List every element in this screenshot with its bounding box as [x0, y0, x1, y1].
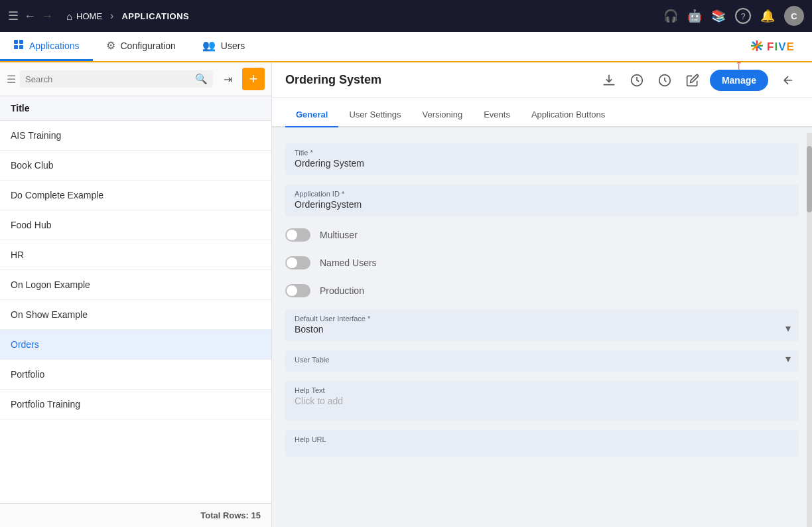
app-id-label: Application ID *: [295, 190, 789, 198]
list-item[interactable]: On Logon Example: [0, 270, 271, 300]
robot-icon[interactable]: 🤖: [687, 9, 702, 23]
list-item[interactable]: Book Club: [0, 151, 271, 181]
multiuser-label: Multiuser: [320, 230, 358, 240]
title-field[interactable]: Title * Ordering System: [285, 143, 799, 175]
help-text-field[interactable]: Help Text Click to add: [285, 381, 799, 421]
tab-application-buttons[interactable]: Application Buttons: [521, 103, 616, 127]
menu-label-configuration: Configuration: [121, 40, 176, 51]
tab-events-label: Events: [484, 110, 510, 119]
title-field-value[interactable]: Ordering System: [295, 158, 789, 169]
default-ui-label: Default User Interface *: [295, 315, 789, 323]
add-button[interactable]: +: [242, 68, 265, 90]
books-icon[interactable]: 📚: [711, 9, 726, 23]
svg-rect-2: [14, 45, 18, 49]
content-area: Ordering System: [272, 62, 812, 527]
production-toggle[interactable]: [285, 284, 310, 297]
manage-btn-wrap: ↑ Manage: [710, 70, 768, 91]
help-url-field[interactable]: Help URL: [285, 430, 799, 457]
sidebar-toolbar: ☰ 🔍 ⇥ +: [0, 62, 271, 96]
sidebar-column-header: Title: [0, 96, 271, 121]
search-input[interactable]: [25, 74, 191, 84]
page-title: Ordering System: [285, 73, 592, 87]
home-icon: ⌂: [66, 11, 72, 22]
default-ui-chevron: ▾: [785, 322, 791, 335]
headset-icon[interactable]: 🎧: [663, 9, 678, 23]
svg-rect-3: [19, 45, 23, 49]
menu-item-users[interactable]: 👥 Users: [189, 32, 259, 61]
user-table-field[interactable]: User Table ▾: [285, 350, 799, 372]
tab-user-settings-label: User Settings: [349, 110, 401, 119]
back-icon[interactable]: ←: [24, 9, 36, 23]
home-nav-item[interactable]: ⌂ HOME: [66, 11, 102, 22]
total-rows-label: Total Rows: 15: [200, 510, 261, 520]
list-item[interactable]: On Show Example: [0, 300, 271, 330]
users-menu-icon: 👥: [202, 39, 216, 52]
list-item-orders[interactable]: Orders: [0, 330, 271, 360]
tab-general-label: General: [296, 110, 328, 119]
named-users-label: Named Users: [320, 258, 377, 268]
app-id-value[interactable]: OrderingSystem: [295, 199, 789, 210]
default-ui-value: Boston: [295, 324, 789, 335]
user-table-chevron: ▾: [785, 352, 791, 365]
list-item[interactable]: Do Complete Example: [0, 181, 271, 210]
menu-label-users: Users: [221, 40, 245, 51]
tab-versioning-label: Versioning: [422, 110, 462, 119]
column-title: Title: [11, 103, 30, 113]
hamburger-icon[interactable]: ☰: [8, 9, 19, 23]
history-button[interactable]: [626, 71, 647, 90]
tab-general[interactable]: General: [285, 103, 338, 127]
five-logo: FIVE: [748, 37, 801, 56]
multiuser-row: Multiuser: [285, 226, 799, 244]
scrollbar-track: [807, 133, 812, 527]
help-url-label: Help URL: [295, 435, 789, 443]
help-text-value[interactable]: Click to add: [295, 396, 789, 406]
filter-icon[interactable]: ☰: [7, 73, 16, 86]
named-users-row: Named Users: [285, 254, 799, 272]
sidebar-footer: Total Rows: 15: [0, 503, 271, 527]
tabs-bar: General User Settings Versioning Events …: [272, 98, 812, 127]
help-icon[interactable]: ?: [735, 8, 751, 24]
scrollbar-thumb[interactable]: [807, 146, 812, 212]
tab-versioning[interactable]: Versioning: [411, 103, 473, 127]
svg-rect-1: [19, 40, 23, 44]
tab-user-settings[interactable]: User Settings: [338, 103, 411, 127]
named-users-toggle[interactable]: [285, 256, 310, 269]
production-label: Production: [320, 285, 364, 296]
tab-application-buttons-label: Application Buttons: [531, 110, 605, 119]
menu-bar: Applications ⚙ Configuration 👥 Users FIV…: [0, 32, 812, 62]
list-item[interactable]: HR: [0, 240, 271, 270]
configuration-menu-icon: ⚙: [106, 39, 115, 52]
download-button[interactable]: [598, 71, 620, 90]
list-item[interactable]: Portfolio Training: [0, 390, 271, 419]
user-table-label: User Table: [295, 356, 789, 364]
search-icon[interactable]: 🔍: [195, 73, 208, 85]
svg-text:FIVE: FIVE: [767, 40, 795, 53]
home-label: HOME: [76, 11, 102, 21]
top-nav-right: 🎧 🤖 📚 ? 🔔 C: [663, 6, 804, 26]
content-header: Ordering System: [272, 62, 812, 98]
menu-item-applications[interactable]: Applications: [0, 32, 93, 61]
red-arrow-indicator: ↑: [735, 62, 743, 74]
sidebar-list: AIS Training Book Club Do Complete Examp…: [0, 121, 271, 503]
avatar[interactable]: C: [784, 6, 804, 26]
search-wrap: 🔍: [20, 70, 213, 88]
multiuser-toggle[interactable]: [285, 228, 310, 242]
bell-icon[interactable]: 🔔: [760, 9, 775, 23]
menu-item-configuration[interactable]: ⚙ Configuration: [93, 32, 189, 61]
clock-button[interactable]: [654, 71, 675, 90]
main-layout: ☰ 🔍 ⇥ + Title AIS Training Book Club Do …: [0, 62, 812, 527]
edit-button[interactable]: [682, 71, 703, 90]
expand-button[interactable]: ⇥: [217, 68, 238, 90]
help-text-label: Help Text: [295, 386, 789, 394]
default-ui-field[interactable]: Default User Interface * Boston ▾: [285, 309, 799, 341]
tab-events[interactable]: Events: [473, 103, 521, 127]
forward-icon[interactable]: →: [41, 9, 53, 23]
list-item[interactable]: AIS Training: [0, 121, 271, 151]
back-button[interactable]: [778, 71, 799, 90]
list-item[interactable]: Portfolio: [0, 360, 271, 390]
app-id-field[interactable]: Application ID * OrderingSystem: [285, 185, 799, 216]
menu-label-applications: Applications: [29, 40, 80, 51]
production-row: Production: [285, 281, 799, 300]
list-item[interactable]: Food Hub: [0, 210, 271, 240]
breadcrumb-applications: APPLICATIONS: [121, 11, 189, 21]
